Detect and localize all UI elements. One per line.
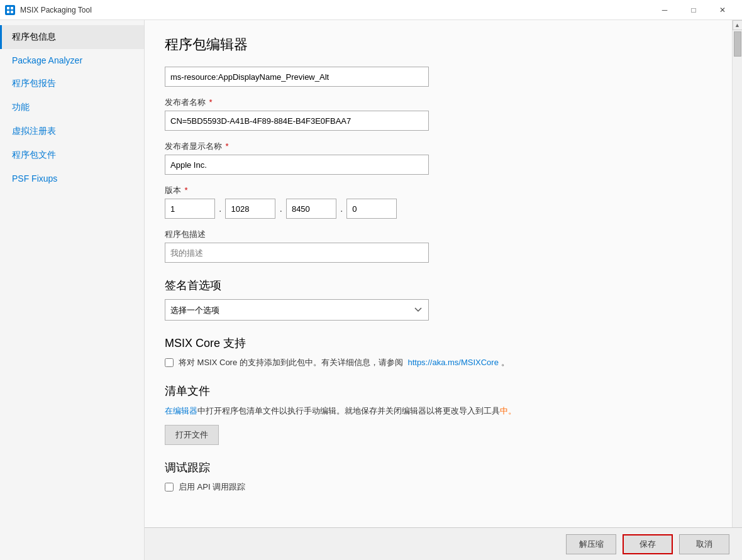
scrollbar-track: ▲ ▼ [732,20,742,560]
signing-heading: 签名首选项 [165,278,712,293]
version-input-1[interactable] [165,199,215,219]
scrollbar-thumb[interactable] [734,31,741,57]
app-display-name-input[interactable] [165,67,429,87]
debug-heading: 调试跟踪 [165,460,712,475]
svg-rect-1 [11,7,13,9]
version-dot-3: . [340,203,343,214]
msix-core-text: 将对 MSIX Core 的支持添加到此包中。有关详细信息，请参阅 https:… [179,357,509,368]
publisher-name-group: 发布者名称 * [165,97,712,131]
title-bar-title: MSIX Packaging Tool [20,6,650,14]
sidebar-item-package-info[interactable]: 程序包信息 [0,25,144,49]
debug-section: 调试跟踪 启用 API 调用跟踪 [165,460,712,493]
publisher-name-label: 发布者名称 * [165,97,712,108]
publisher-name-input[interactable] [165,111,429,131]
svg-rect-3 [11,11,13,13]
scrollbar-up-arrow[interactable]: ▲ [733,20,743,30]
msix-core-section: MSIX Core 支持 将对 MSIX Core 的支持添加到此包中。有关详细… [165,336,712,368]
sidebar-item-virtual-registry[interactable]: 虚拟注册表 [0,119,144,143]
signing-dropdown[interactable]: 选择一个选项 使用证书文件签名 使用 PFX 文件签名 不签名 [165,299,429,321]
sidebar-item-package-files[interactable]: 程序包文件 [0,143,144,167]
version-dot-2: . [279,203,282,214]
sidebar: 程序包信息 Package Analyzer 程序包报告 功能 虚拟注册表 程序… [0,20,145,560]
open-file-button[interactable]: 打开文件 [165,425,219,445]
version-dot-1: . [219,203,221,214]
description-label: 程序包描述 [165,229,712,240]
svg-rect-2 [7,11,9,13]
sidebar-item-capabilities[interactable]: 功能 [0,96,144,119]
debug-checkbox-row: 启用 API 调用跟踪 [165,481,712,493]
signing-section: 签名首选项 选择一个选项 使用证书文件签名 使用 PFX 文件签名 不签名 [165,278,712,321]
cancel-button[interactable]: 取消 [679,534,729,554]
description-group: 程序包描述 [165,229,712,263]
description-input[interactable] [165,243,429,263]
bottom-bar: 解压缩 保存 取消 [145,527,742,560]
sidebar-item-psf-fixups[interactable]: PSF Fixups [0,167,144,190]
content-area: 程序包编辑器 发布者名称 * 发布者显示名称 * [145,20,732,560]
page-title: 程序包编辑器 [165,35,712,54]
publisher-display-name-group: 发布者显示名称 * [165,141,712,175]
debug-checkbox[interactable] [165,483,174,491]
msix-core-heading: MSIX Core 支持 [165,336,712,351]
manifest-section: 清单文件 在编辑器中打开程序包清单文件以执行手动编辑。就地保存并关闭编辑器以将更… [165,383,712,445]
title-bar: MSIX Packaging Tool ─ □ ✕ [0,0,742,20]
sidebar-item-package-analyzer[interactable]: Package Analyzer [0,49,144,72]
debug-label: 启用 API 调用跟踪 [179,481,245,493]
maximize-button[interactable]: □ [679,0,708,20]
title-bar-controls: ─ □ ✕ [650,0,737,20]
version-row: . . . [165,199,712,219]
main-container: 程序包信息 Package Analyzer 程序包报告 功能 虚拟注册表 程序… [0,20,742,560]
manifest-description: 在编辑器中打开程序包清单文件以执行手动编辑。就地保存并关闭编辑器以将更改导入到工… [165,405,712,417]
version-group: 版本 * . . . [165,185,712,219]
manifest-heading: 清单文件 [165,383,712,398]
save-button[interactable]: 保存 [623,534,673,554]
decompress-button[interactable]: 解压缩 [566,534,616,554]
publisher-display-name-input[interactable] [165,155,429,175]
msix-core-link[interactable]: https://aka.ms/MSIXCore [407,358,499,367]
sidebar-item-package-report[interactable]: 程序包报告 [0,72,144,96]
msix-core-checkbox[interactable] [165,358,174,367]
close-button[interactable]: ✕ [708,0,737,20]
app-icon [5,5,15,15]
version-input-2[interactable] [225,199,275,219]
svg-rect-0 [7,7,9,9]
version-label: 版本 * [165,185,712,196]
publisher-display-name-label: 发布者显示名称 * [165,141,712,152]
msix-core-checkbox-row: 将对 MSIX Core 的支持添加到此包中。有关详细信息，请参阅 https:… [165,357,712,368]
minimize-button[interactable]: ─ [650,0,679,20]
version-input-3[interactable] [286,199,336,219]
app-display-name-group [165,67,712,87]
version-input-4[interactable] [346,199,397,219]
